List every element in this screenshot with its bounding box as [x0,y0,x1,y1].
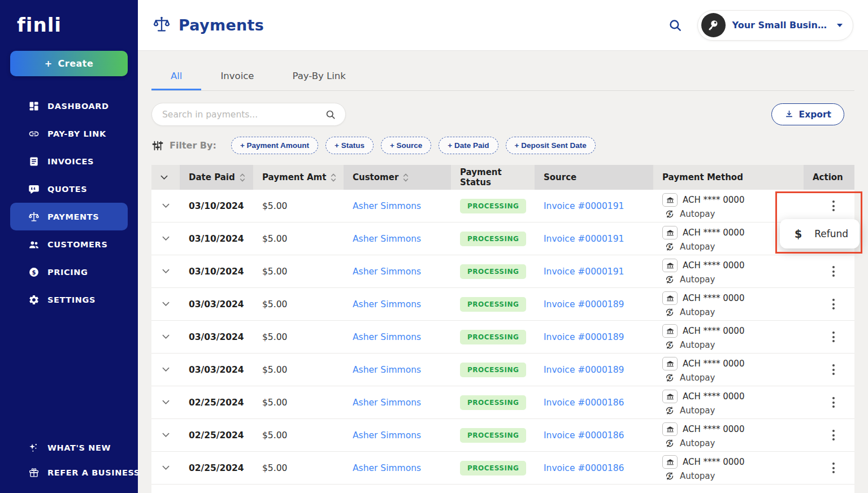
scale-icon [153,15,171,36]
row-expand-chevron-icon[interactable] [160,398,172,407]
content: All Invoice Pay-By Link Export [138,63,868,493]
source-link[interactable]: Invoice #0000191 [544,201,624,211]
sidebar-item-customers[interactable]: CUSTOMERS [10,230,128,258]
toolbar-row: Export [151,103,854,126]
sort-icon[interactable] [331,173,336,182]
search-icon[interactable] [668,18,683,33]
export-button[interactable]: Export [771,103,844,125]
row-actions-kebab-icon[interactable] [829,426,838,444]
customer-link[interactable]: Asher Simmons [353,201,421,211]
search-input[interactable] [162,110,325,120]
table-row: 02/25/2024 $5.00 Asher Simmons PROCESSIN… [151,386,854,419]
payment-amount-cell: $5.00 [253,255,344,287]
source-link[interactable]: Invoice #0000189 [544,332,624,342]
invoices-icon [28,156,40,167]
source-link[interactable]: Invoice #0000191 [544,267,624,277]
sidebar-item-pay-by-link[interactable]: PAY-BY LINK [10,120,128,147]
customer-link[interactable]: Asher Simmons [353,430,421,440]
row-actions-kebab-icon[interactable] [829,295,838,313]
row-expand-chevron-icon[interactable] [160,365,172,374]
tab-pay-by-link[interactable]: Pay-By Link [273,63,364,90]
column-header-label: Source [544,172,576,182]
sidebar-item-label: SETTINGS [47,295,96,304]
bank-icon [662,324,678,338]
customer-link[interactable]: Asher Simmons [353,234,421,244]
tab-all[interactable]: All [151,63,201,90]
svg-text:$: $ [669,473,671,478]
sidebar-item-quotes[interactable]: QUOTES [10,175,128,203]
tab-invoice[interactable]: Invoice [201,63,273,90]
row-actions-kebab-icon[interactable] [829,328,838,346]
source-link[interactable]: Invoice #0000189 [544,365,624,375]
payment-amount-cell: $5.00 [253,321,344,353]
sidebar-item-label: REFER A BUSINESS [47,468,140,477]
sidebar-item-label: PAYMENTS [47,212,99,221]
sidebar-item-refer-a-business[interactable]: REFER A BUSINESS [10,460,128,485]
top-bar: Payments Your Small Busin… [138,0,868,51]
expand-all-chevron-icon[interactable] [160,175,168,180]
sidebar-item-invoices[interactable]: INVOICES [10,147,128,175]
customer-link[interactable]: Asher Simmons [353,299,421,309]
sidebar-footer-nav: WHAT'S NEW REFER A BUSINESS [0,435,138,485]
sidebar-item-label: QUOTES [47,185,87,194]
payment-amount-cell: $5.00 [253,354,344,386]
row-expand-chevron-icon[interactable] [160,299,172,309]
quotes-icon [28,184,40,195]
search-icon[interactable] [325,109,336,120]
source-link[interactable]: Invoice #0000186 [544,430,624,440]
autopay-label: Autopay [680,307,715,317]
autopay-icon: $ [665,471,675,481]
refund-label: Refund [814,228,848,239]
sidebar-item-payments[interactable]: PAYMENTS [10,203,128,230]
source-link[interactable]: Invoice #0000186 [544,463,624,473]
sort-icon[interactable] [240,173,245,182]
autopay-icon: $ [665,242,675,252]
autopay-icon: $ [665,209,675,219]
row-expand-chevron-icon[interactable] [160,201,172,211]
create-button[interactable]: + Create [10,51,128,76]
row-expand-chevron-icon[interactable] [160,332,172,342]
sidebar-nav: DASHBOARD PAY-BY LINK INVOICES QUOTES PA… [0,92,138,313]
row-expand-chevron-icon[interactable] [160,463,172,473]
row-expand-chevron-icon[interactable] [160,430,172,440]
row-expand-chevron-icon[interactable] [160,234,172,243]
tab-label: All [171,71,182,81]
sidebar-item-settings[interactable]: SETTINGS [10,286,128,313]
autopay-icon: $ [665,340,675,350]
customer-link[interactable]: Asher Simmons [353,267,421,277]
customer-link[interactable]: Asher Simmons [353,332,421,342]
table-row: 03/03/2024 $5.00 Asher Simmons PROCESSIN… [151,321,854,354]
source-link[interactable]: Invoice #0000186 [544,398,624,408]
account-menu[interactable]: Your Small Busin… [697,10,853,41]
tab-label: Pay-By Link [292,71,345,81]
row-actions-kebab-icon[interactable] [829,361,838,378]
svg-text:$: $ [669,277,671,282]
svg-text:$: $ [669,309,671,315]
source-link[interactable]: Invoice #0000191 [544,234,624,244]
filter-chip[interactable]: + Source [381,137,431,154]
payment-method-text: ACH **** 0000 [683,228,744,238]
autopay-label: Autopay [680,274,715,285]
row-actions-kebab-icon[interactable] [829,459,838,477]
sidebar: finli + Create DASHBOARD PAY-BY LINK INV… [0,0,138,493]
column-header-customer: Customer [344,165,451,190]
customer-link[interactable]: Asher Simmons [353,463,421,473]
row-expand-chevron-icon[interactable] [160,267,172,276]
sidebar-item-dashboard[interactable]: DASHBOARD [10,92,128,120]
filter-chip[interactable]: + Deposit Sent Date [506,137,596,154]
source-link[interactable]: Invoice #0000189 [544,299,624,309]
table-row: 03/10/2024 $5.00 Asher Simmons PROCESSIN… [151,255,854,288]
row-actions-kebab-icon[interactable] [829,263,838,280]
filter-chip[interactable]: + Payment Amount [231,137,318,154]
whats-new-icon [28,442,40,453]
sidebar-item-what-s-new[interactable]: WHAT'S NEW [10,435,128,460]
row-actions-kebab-icon[interactable] [829,394,838,411]
customer-link[interactable]: Asher Simmons [353,365,421,375]
sort-icon[interactable] [403,173,409,182]
filter-chip[interactable]: + Status [326,137,374,154]
sidebar-item-pricing[interactable]: $ PRICING [10,258,128,286]
row-actions-kebab-icon[interactable] [829,197,838,215]
customer-link[interactable]: Asher Simmons [353,398,421,408]
filter-chip[interactable]: + Date Paid [439,137,498,154]
refund-menu-item[interactable]: $ Refund [780,219,860,248]
